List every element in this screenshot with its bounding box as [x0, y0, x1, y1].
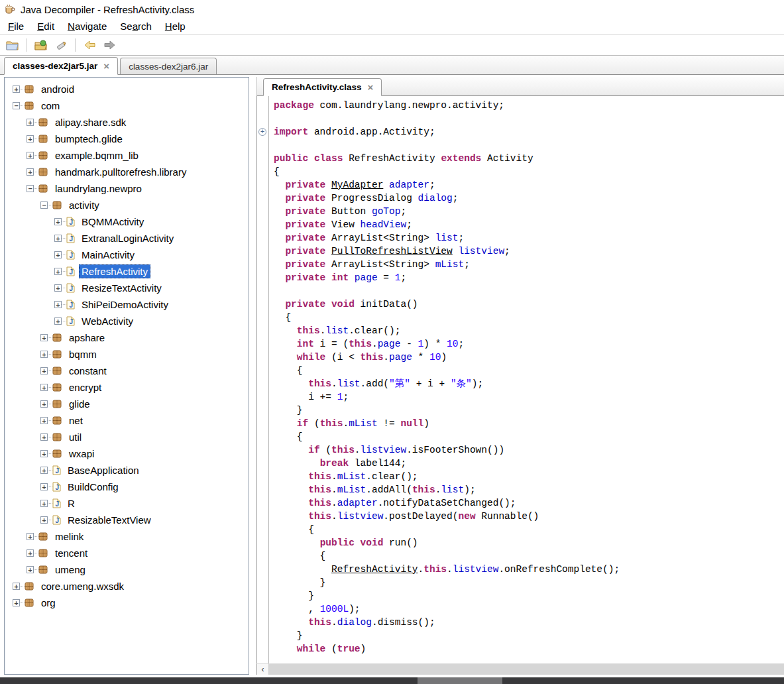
- forward-button[interactable]: [101, 37, 118, 53]
- code-line: {: [257, 364, 784, 377]
- tree-item-example-bqmm-lib[interactable]: +example.bqmm_lib: [5, 147, 249, 164]
- split-handle[interactable]: [249, 77, 256, 675]
- scroll-track[interactable]: [269, 664, 784, 675]
- expand-icon[interactable]: +: [54, 284, 62, 292]
- tree-item-webactivity[interactable]: +JWebActivity: [5, 313, 249, 329]
- collapse-icon[interactable]: −: [27, 185, 34, 192]
- package-icon: [38, 184, 48, 194]
- tree-item-net[interactable]: +net: [5, 412, 249, 429]
- menu-file[interactable]: File: [1, 19, 30, 34]
- expand-icon[interactable]: +: [40, 450, 48, 457]
- menu-help[interactable]: Help: [158, 19, 192, 34]
- code-line: this.list.add("第" + i + "条");: [257, 377, 784, 390]
- tree-item-refreshactivity[interactable]: +JRefreshActivity: [5, 263, 249, 280]
- expand-icon[interactable]: +: [40, 384, 48, 391]
- expand-icon[interactable]: +: [40, 467, 48, 474]
- tree-item-core-umeng-wxsdk[interactable]: +core.umeng.wxsdk: [5, 578, 249, 595]
- scroll-left-button[interactable]: ‹: [257, 664, 269, 675]
- tree-item-baseapplication[interactable]: +JBaseApplication: [5, 462, 249, 479]
- class-link[interactable]: RefreshActivity: [331, 564, 418, 575]
- tree-item-umeng[interactable]: +umeng: [5, 561, 249, 578]
- tree-item-label: handmark.pulltorefresh.library: [52, 165, 189, 179]
- tree-item-com[interactable]: −com: [5, 97, 249, 114]
- expand-icon[interactable]: +: [40, 483, 48, 490]
- expand-icon[interactable]: +: [27, 566, 34, 573]
- expand-icon[interactable]: +: [13, 599, 20, 606]
- tree-item-activity[interactable]: −activity: [5, 197, 249, 213]
- code-token: ): [361, 644, 366, 654]
- tree-item-resizetextactivity[interactable]: +JResizeTextActivity: [5, 280, 249, 296]
- close-icon[interactable]: ×: [103, 63, 109, 70]
- code-line: i += 1;: [257, 390, 784, 404]
- tree-item-extranalloginactivity[interactable]: +JExtranalLoginActivity: [5, 230, 249, 247]
- expand-icon[interactable]: +: [27, 549, 34, 557]
- tree-item-util[interactable]: +util: [5, 429, 249, 445]
- horizontal-scrollbar[interactable]: ‹: [256, 663, 784, 675]
- expand-icon[interactable]: +: [40, 516, 48, 524]
- menu-navigate[interactable]: Navigate: [61, 19, 113, 34]
- tree-item-resizabletextview[interactable]: +JResizableTextView: [5, 512, 249, 528]
- code-token: .: [343, 418, 349, 429]
- tab-classes-dex2jar5-jar[interactable]: classes-dex2jar5.jar×: [4, 57, 118, 75]
- tree-item-mainactivity[interactable]: +JMainActivity: [5, 247, 249, 263]
- menu-edit[interactable]: Edit: [30, 19, 61, 34]
- expand-icon[interactable]: +: [40, 351, 48, 358]
- tree-item-buildconfig[interactable]: +JBuildConfig: [5, 479, 249, 495]
- tree-item-shipeidemoactivity[interactable]: +JShiPeiDemoActivity: [5, 296, 249, 313]
- expand-icon[interactable]: +: [54, 301, 62, 308]
- tree-item-android[interactable]: +android: [5, 81, 249, 97]
- tree-item-bumptech-glide[interactable]: +bumptech.glide: [5, 131, 249, 147]
- tree-item-melink[interactable]: +melink: [5, 528, 249, 545]
- tree-item-alipay-share-sdk[interactable]: +alipay.share.sdk: [5, 114, 249, 131]
- fold-icon[interactable]: +: [258, 128, 266, 136]
- expand-icon[interactable]: +: [54, 268, 62, 275]
- expand-icon[interactable]: +: [54, 317, 62, 325]
- tree-item-apshare[interactable]: +apshare: [5, 329, 249, 346]
- expand-icon[interactable]: +: [54, 251, 62, 258]
- expand-icon[interactable]: +: [40, 400, 48, 408]
- tree-item-glide[interactable]: +glide: [5, 396, 249, 412]
- svg-text:J: J: [56, 484, 60, 491]
- tree-item-bqmm[interactable]: +bqmm: [5, 346, 249, 363]
- expand-icon[interactable]: +: [27, 135, 34, 142]
- tree-item-handmark-pulltorefresh-library[interactable]: +handmark.pulltorefresh.library: [5, 164, 249, 180]
- expand-icon[interactable]: +: [27, 168, 34, 176]
- svg-text:J: J: [70, 285, 74, 292]
- tree-item-laundrylang-newpro[interactable]: −laundrylang.newpro: [5, 180, 249, 197]
- code-token: private: [285, 259, 325, 270]
- open-file-button[interactable]: [4, 37, 21, 53]
- expand-icon[interactable]: +: [27, 152, 34, 159]
- collapse-icon[interactable]: −: [13, 102, 20, 109]
- expand-icon[interactable]: +: [40, 334, 48, 341]
- tree-item-tencent[interactable]: +tencent: [5, 545, 249, 561]
- class-link[interactable]: MyAdapter: [331, 180, 383, 190]
- collapse-icon[interactable]: −: [40, 201, 48, 209]
- expand-icon[interactable]: +: [40, 367, 48, 374]
- expand-icon[interactable]: +: [40, 417, 48, 424]
- tree-item-bqmmactivity[interactable]: +JBQMMActivity: [5, 213, 249, 230]
- tree-item-r[interactable]: +JR: [5, 495, 249, 512]
- menu-search[interactable]: Search: [113, 19, 158, 34]
- expand-icon[interactable]: +: [54, 235, 62, 242]
- tree-item-constant[interactable]: +constant: [5, 363, 249, 379]
- open-type-button[interactable]: [32, 37, 50, 53]
- expand-icon[interactable]: +: [27, 119, 34, 126]
- search-button[interactable]: [52, 37, 70, 53]
- tree-item-org[interactable]: +org: [5, 595, 249, 611]
- expand-icon[interactable]: +: [13, 86, 20, 93]
- tree-connector: [48, 205, 52, 205]
- class-link[interactable]: PullToRefreshListView: [331, 246, 453, 256]
- tab-classes-dex2jar6-jar[interactable]: classes-dex2jar6.jar: [120, 58, 217, 74]
- expand-icon[interactable]: +: [40, 500, 48, 507]
- class-icon: J: [66, 316, 75, 326]
- expand-icon[interactable]: +: [13, 583, 20, 590]
- tree-item-encrypt[interactable]: +encrypt: [5, 379, 249, 396]
- code-token: .notifyDataSetChanged();: [378, 498, 516, 508]
- tree-item-wxapi[interactable]: +wxapi: [5, 445, 249, 462]
- expand-icon[interactable]: +: [27, 533, 34, 540]
- tab-refreshactivity-class[interactable]: RefreshActivity.class ×: [263, 78, 382, 96]
- back-button[interactable]: [81, 37, 98, 53]
- expand-icon[interactable]: +: [54, 218, 62, 225]
- expand-icon[interactable]: +: [40, 433, 48, 441]
- close-icon[interactable]: ×: [368, 84, 374, 91]
